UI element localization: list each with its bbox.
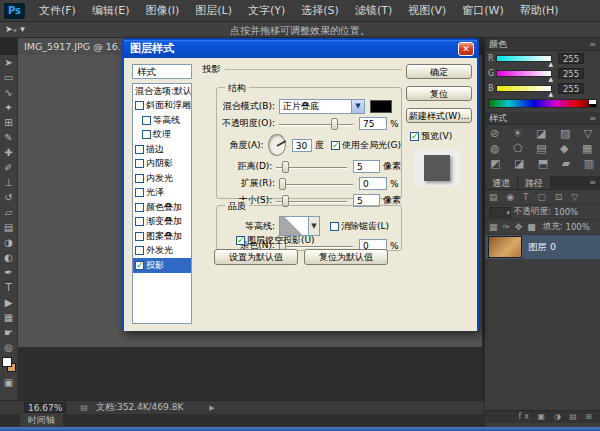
- menu-filter[interactable]: 滤镜(T): [347, 0, 400, 22]
- red-value[interactable]: 255: [558, 53, 584, 64]
- path-selection-tool-icon[interactable]: ▶: [1, 295, 17, 310]
- layer-thumbnail[interactable]: [488, 236, 522, 258]
- list-item-inner-shadow[interactable]: 内阴影: [133, 157, 191, 172]
- preview-checkbox[interactable]: [410, 132, 419, 141]
- chevron-down-icon[interactable]: ▼: [351, 100, 364, 113]
- list-item-drop-shadow[interactable]: 投影: [133, 258, 191, 273]
- global-light-checkbox[interactable]: [331, 141, 340, 150]
- green-slider[interactable]: ▲: [496, 70, 552, 77]
- angle-field[interactable]: 30: [292, 139, 312, 152]
- checkbox-icon[interactable]: [135, 101, 144, 110]
- checkbox-icon[interactable]: [142, 130, 151, 139]
- list-item-inner-glow[interactable]: 内发光: [133, 171, 191, 186]
- hand-tool-icon[interactable]: ☛: [1, 325, 17, 340]
- red-slider[interactable]: ▲: [496, 55, 552, 62]
- layer-filter-icons[interactable]: ▤ ◉ T ▢ ⊡ ▽: [489, 192, 581, 202]
- quick-selection-tool-icon[interactable]: ✦: [1, 100, 17, 115]
- list-item-texture[interactable]: 纹理: [133, 128, 191, 143]
- chevron-down-icon[interactable]: ▼: [309, 216, 320, 236]
- layer-name[interactable]: 图层 0: [528, 241, 556, 254]
- marquee-tool-icon[interactable]: ▭: [1, 70, 17, 85]
- styles-panel-tab[interactable]: 样式: [489, 112, 507, 124]
- layer-row[interactable]: 图层 0: [485, 235, 600, 259]
- layers-panel-buttons[interactable]: fx ▣ ◑ ▤ ⊞: [485, 410, 600, 423]
- blend-mode-select[interactable]: 正片叠底▼: [279, 99, 365, 114]
- opacity-field[interactable]: 75: [359, 117, 387, 130]
- history-brush-tool-icon[interactable]: ↺: [1, 190, 17, 205]
- slider-thumb[interactable]: [279, 178, 286, 190]
- foreground-color-swatch[interactable]: [2, 357, 12, 367]
- color-panel-header[interactable]: 颜色 ≡: [485, 38, 600, 51]
- type-tool-icon[interactable]: T: [1, 280, 17, 295]
- eraser-tool-icon[interactable]: ▱: [1, 205, 17, 220]
- opacity-value[interactable]: 100%: [554, 207, 578, 217]
- knockout-checkbox[interactable]: [236, 236, 245, 245]
- pen-tool-icon[interactable]: ✒: [1, 265, 17, 280]
- checkbox-icon[interactable]: [135, 174, 144, 183]
- checkbox-icon[interactable]: [135, 232, 144, 241]
- gradient-tool-icon[interactable]: ▤: [1, 220, 17, 235]
- panel-menu-icon[interactable]: ≡: [589, 176, 596, 189]
- dialog-title-bar[interactable]: 图层样式 ✕: [124, 40, 477, 58]
- menu-layer[interactable]: 图层(L): [187, 0, 240, 22]
- angle-dial[interactable]: [268, 134, 286, 156]
- tab-channels[interactable]: 通道: [485, 176, 518, 189]
- spread-slider[interactable]: [279, 178, 353, 190]
- menu-type[interactable]: 文字(Y): [240, 0, 293, 22]
- new-style-button[interactable]: 新建样式(W)...: [406, 108, 472, 123]
- foreground-background-swatches[interactable]: [1, 357, 17, 375]
- color-spectrum-ramp[interactable]: [488, 99, 597, 108]
- list-item-outer-glow[interactable]: 外发光: [133, 244, 191, 259]
- clone-stamp-tool-icon[interactable]: ⊥: [1, 175, 17, 190]
- menu-edit[interactable]: 编辑(E): [84, 0, 138, 22]
- status-menu-arrow-icon[interactable]: ▶: [209, 404, 214, 412]
- distance-slider[interactable]: [276, 161, 347, 173]
- menu-image[interactable]: 图像(I): [137, 0, 187, 22]
- shape-tool-icon[interactable]: ▦: [1, 310, 17, 325]
- contour-picker[interactable]: [279, 216, 309, 236]
- color-panel-tab[interactable]: 颜色: [489, 38, 507, 50]
- set-default-button[interactable]: 设置为默认值: [214, 249, 298, 265]
- style-preset-row[interactable]: ⊘ ☀ ◪ ▨ ▽: [485, 125, 600, 140]
- blue-value[interactable]: 255: [558, 83, 584, 94]
- styles-panel-header[interactable]: 样式 ≡: [485, 112, 600, 125]
- shadow-color-swatch[interactable]: [370, 100, 392, 113]
- panel-menu-icon[interactable]: ≡: [589, 38, 596, 50]
- style-preset-row[interactable]: ◍ ⬠ ▤ ◆ ▦: [485, 140, 600, 155]
- list-item-bevel-emboss[interactable]: 斜面和浮雕: [133, 99, 191, 114]
- list-item-stroke[interactable]: 描边: [133, 142, 191, 157]
- eyedropper-tool-icon[interactable]: ✎: [1, 130, 17, 145]
- checkbox-icon[interactable]: [135, 217, 144, 226]
- tab-paths[interactable]: 路径: [518, 176, 551, 189]
- checkbox-icon[interactable]: [135, 261, 144, 270]
- spread-field[interactable]: 0: [359, 177, 387, 190]
- blue-slider[interactable]: ▲: [496, 85, 552, 92]
- lasso-tool-icon[interactable]: ∿: [1, 85, 17, 100]
- panel-menu-icon[interactable]: ≡: [589, 112, 596, 124]
- checkbox-icon[interactable]: [135, 145, 144, 154]
- checkbox-icon[interactable]: [135, 159, 144, 168]
- checkbox-icon[interactable]: [135, 188, 144, 197]
- menu-file[interactable]: 文件(F): [31, 0, 84, 22]
- blur-tool-icon[interactable]: ◑: [1, 235, 17, 250]
- bw-swatches[interactable]: [589, 100, 596, 107]
- healing-brush-tool-icon[interactable]: ✚: [1, 145, 17, 160]
- reset-button[interactable]: 复位: [406, 86, 472, 101]
- slider-thumb[interactable]: [282, 161, 289, 173]
- list-item-satin[interactable]: 光泽: [133, 186, 191, 201]
- zoom-tool-icon[interactable]: ◎: [1, 340, 17, 355]
- fill-value[interactable]: 100%: [566, 222, 590, 232]
- crop-tool-icon[interactable]: ⊞: [1, 115, 17, 130]
- list-item-contour[interactable]: 等高线: [133, 113, 191, 128]
- timeline-tab[interactable]: 时间轴: [20, 414, 63, 427]
- list-item-blending-options[interactable]: 混合选项:默认: [133, 84, 191, 99]
- menu-help[interactable]: 帮助(H): [512, 0, 567, 22]
- green-value[interactable]: 255: [558, 68, 584, 79]
- opacity-slider[interactable]: [279, 118, 353, 130]
- list-item-color-overlay[interactable]: 颜色叠加: [133, 200, 191, 215]
- close-icon[interactable]: ✕: [458, 42, 474, 56]
- blend-mode-dropdown[interactable]: ▾: [489, 207, 511, 218]
- checkbox-icon[interactable]: [142, 116, 151, 125]
- slider-thumb[interactable]: [331, 118, 338, 130]
- menu-select[interactable]: 选择(S): [293, 0, 347, 22]
